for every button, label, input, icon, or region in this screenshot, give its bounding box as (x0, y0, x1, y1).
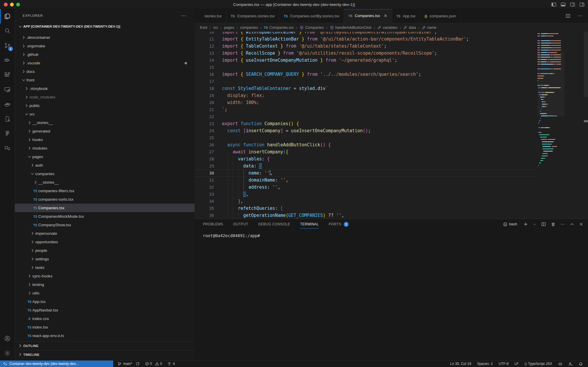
panel-tab-terminal[interactable]: TERMINAL (300, 219, 319, 229)
panel-tab-ports[interactable]: PORTS1 (329, 219, 349, 229)
tree-folder-hooks[interactable]: hooks (15, 135, 195, 144)
tab-companies-sortby-stories-tsx[interactable]: TSCompanies.sortBy.stories.tsx (279, 9, 344, 23)
tree-folder-modules[interactable]: modules (15, 144, 195, 153)
breadcrumb-pages[interactable]: pages (224, 26, 234, 30)
breadcrumb-companies-tsx[interactable]: TSCompanies.tsx (264, 26, 294, 30)
terminal-shell-selector[interactable]: bash (503, 222, 517, 227)
tree-file-appnavbar-tsx[interactable]: TSAppNavbar.tsx (15, 306, 195, 314)
activity-account[interactable] (0, 331, 15, 346)
feedback-indicator[interactable] (566, 361, 575, 367)
breadcrumb-front[interactable]: front (200, 26, 207, 30)
more-actions-icon[interactable]: ⋯ (181, 13, 186, 19)
close-window-button[interactable] (4, 3, 8, 6)
activity-comments[interactable] (0, 141, 15, 156)
tree-folder-utils[interactable]: utils (15, 289, 195, 297)
minimap-slider[interactable] (537, 52, 564, 116)
indentation-indicator[interactable]: Spaces: 2 (475, 361, 495, 367)
tree-folder-opportunities[interactable]: opportunities (15, 238, 195, 246)
activity-figma[interactable] (0, 126, 15, 141)
tree-folder-generated[interactable]: generated (15, 127, 195, 135)
activity-run-debug[interactable] (0, 53, 15, 68)
tree-folder--ergomake[interactable]: .ergomake (15, 42, 195, 50)
tree-file-companyshow-tsx[interactable]: TSCompanyShow.tsx (15, 221, 195, 229)
encoding-indicator[interactable]: UTF-8 (497, 361, 511, 367)
tree-file-companies-sorts-tsx[interactable]: TScompanies-sorts.tsx (15, 195, 195, 204)
breadcrumb-companies[interactable]: companies (240, 26, 258, 30)
copilot-indicator[interactable] (556, 361, 564, 367)
tree-folder-front[interactable]: front (15, 76, 195, 84)
tree-file-companies-filters-tsx[interactable]: TScompanies-filters.tsx (15, 187, 195, 195)
panel-tab-debug-console[interactable]: DEBUG CONSOLE (258, 219, 290, 229)
tab-stories-tsx[interactable]: stories.tsx (195, 9, 226, 23)
editor-scrollbar[interactable] (584, 32, 588, 97)
trash-icon[interactable] (551, 222, 555, 227)
activity-search[interactable] (0, 24, 15, 38)
plus-icon[interactable] (523, 222, 528, 227)
breadcrumb-handleaddbuttonclick[interactable]: handleAddButtonClick (330, 26, 372, 30)
breadcrumb-data[interactable]: data (403, 26, 416, 30)
ellipsis-icon[interactable] (560, 222, 565, 227)
project-section-header[interactable]: APP [CONTAINER DEV-TWENTY-DEV (DEV-TWENT… (15, 22, 195, 31)
activity-remote-explorer[interactable] (0, 82, 15, 97)
tree-folder-settings[interactable]: settings (15, 255, 195, 263)
tree-folder-docs[interactable]: docs (15, 67, 195, 76)
tree-file-index-tsx[interactable]: TSindex.tsx (15, 323, 195, 331)
chevron-up-icon[interactable] (570, 222, 574, 226)
language-mode-indicator[interactable]: { } TypeScript JSX (522, 361, 554, 367)
panel-tab-problems[interactable]: PROBLEMS (203, 219, 223, 229)
layout-sidebar-left-icon[interactable] (551, 2, 556, 7)
activity-settings-gear[interactable] (0, 346, 15, 361)
customize-layout-icon[interactable] (579, 2, 584, 7)
tab-companies-stories-tsx[interactable]: TSCompanies.stories.tsx (226, 9, 279, 23)
tab-app-tsx[interactable]: TSApp.tsx (392, 9, 420, 23)
activity-docker[interactable] (0, 97, 15, 112)
tree-folder--vscode[interactable]: .vscode (15, 59, 195, 67)
tree-folder-testing[interactable]: testing (15, 280, 195, 289)
tab-companies-json[interactable]: {}companies.json (420, 9, 461, 23)
titlebar[interactable]: Companies.tsx — app [Container dev-twent… (0, 0, 588, 9)
tree-folder-tasks[interactable]: tasks (15, 263, 195, 272)
tree-folder-pages[interactable]: pages (15, 153, 195, 161)
close-tab-icon[interactable] (384, 14, 387, 18)
outline-section[interactable]: OUTLINE (15, 341, 195, 350)
chevron-down-icon[interactable] (533, 223, 536, 226)
tree-folder-companies[interactable]: companies (15, 170, 195, 178)
remote-indicator[interactable]: Container dev-twenty-dev (dev-twenty-dev… (0, 361, 113, 367)
ellipsis-icon[interactable] (577, 14, 582, 18)
breadcrumb-name[interactable]: name (422, 26, 436, 30)
tree-folder-public[interactable]: public (15, 101, 195, 110)
tab-companies-tsx[interactable]: TSCompanies.tsx (344, 9, 392, 23)
breadcrumb-companies[interactable]: Companies (300, 26, 324, 30)
tree-file-companiesmockmode-tsx[interactable]: TSCompaniesMockMode.tsx (15, 212, 195, 221)
tree-folder-people[interactable]: people (15, 246, 195, 255)
tree-folder--github[interactable]: .github (15, 50, 195, 59)
panel-tab-output[interactable]: OUTPUT (233, 219, 248, 229)
tree-folder-src[interactable]: src (15, 110, 195, 118)
activity-extensions[interactable] (0, 68, 15, 82)
terminal-content[interactable]: root@0a42ecd84891:/app# (195, 229, 588, 238)
problems-indicator[interactable]: 0 0 (143, 361, 164, 367)
code-editor[interactable]: 1011121314151617181920212223242526272829… (195, 32, 588, 219)
timeline-section[interactable]: TIMELINE (15, 350, 195, 359)
tree-folder-impersonate[interactable]: impersonate (15, 229, 195, 238)
notifications-indicator[interactable] (577, 361, 585, 367)
layout-panel-icon[interactable] (561, 2, 566, 7)
tree-file-companies-tsx[interactable]: TSCompanies.tsx (15, 204, 195, 212)
breadcrumb-variables[interactable]: variables (377, 26, 397, 30)
eol-indicator[interactable]: LF (512, 361, 521, 367)
tree-folder-auth[interactable]: auth (15, 161, 195, 170)
split-terminal-icon[interactable] (541, 222, 546, 227)
layout-sidebar-right-icon[interactable] (570, 2, 575, 7)
breadcrumb-src[interactable]: src (213, 26, 218, 30)
close-icon[interactable] (579, 222, 583, 226)
tree-folder-sync-hooks[interactable]: sync-hooks (15, 272, 195, 280)
sync-icon[interactable] (136, 362, 140, 366)
tree-folder-node-modules[interactable]: node_modules (15, 93, 195, 101)
activity-source-control[interactable]: 1 (0, 38, 15, 53)
minimize-window-button[interactable] (10, 3, 14, 6)
tree-file-react-app-env-d-ts[interactable]: TSreact-app-env.d.ts (15, 331, 195, 340)
line-col-indicator[interactable]: Ln 30, Col 19 (448, 361, 473, 367)
tree-folder--stories-[interactable]: __stories__ (15, 118, 195, 127)
tree-folder--devcontainer[interactable]: .devcontainer (15, 33, 195, 42)
activity-files[interactable] (0, 9, 15, 24)
